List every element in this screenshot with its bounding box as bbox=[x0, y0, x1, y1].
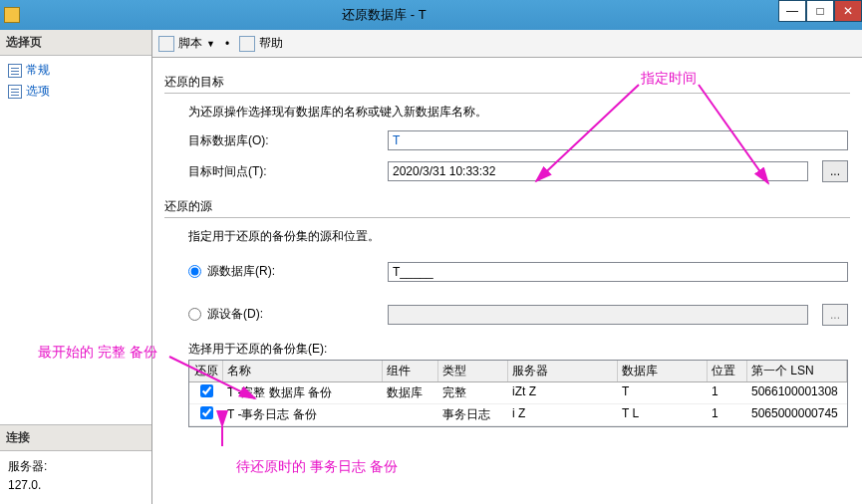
server-value: 127.0. bbox=[8, 476, 144, 495]
table-row[interactable]: T -完整 数据库 备份 数据库 完整 iZt Z T 1 5066100001… bbox=[189, 382, 847, 404]
annotation-log: 待还原时的 事务日志 备份 bbox=[236, 458, 398, 476]
target-section-label: 还原的目标 bbox=[164, 74, 862, 91]
col-server[interactable]: 服务器 bbox=[508, 361, 618, 381]
target-time-label: 目标时间点(T): bbox=[188, 163, 388, 180]
table-row[interactable]: T -事务日志 备份 事务日志 i Z T L 1 5065000000745 bbox=[189, 404, 847, 426]
sidebar-item-label: 常规 bbox=[26, 62, 50, 79]
target-db-input[interactable] bbox=[388, 130, 848, 150]
connection-header: 连接 bbox=[0, 424, 151, 451]
sidebar-item-general[interactable]: 常规 bbox=[0, 60, 151, 81]
col-type[interactable]: 类型 bbox=[438, 361, 508, 381]
source-db-radio[interactable] bbox=[188, 265, 201, 278]
window-title: 还原数据库 - T bbox=[26, 6, 862, 24]
separator: • bbox=[225, 37, 229, 51]
connection-body: 服务器: 127.0. 连接 bbox=[0, 451, 151, 504]
col-position[interactable]: 位置 bbox=[708, 361, 747, 381]
toolbar: 脚本 ▼ • 帮助 bbox=[152, 30, 862, 58]
target-db-label: 目标数据库(O): bbox=[188, 132, 388, 149]
page-icon bbox=[8, 64, 22, 78]
script-label: 脚本 bbox=[178, 35, 202, 52]
page-icon bbox=[8, 85, 22, 99]
sidebar: 选择页 常规 选项 连接 服务器: 127.0. 连接 bbox=[0, 30, 152, 504]
window-buttons: — □ ✕ bbox=[778, 0, 862, 22]
help-label: 帮助 bbox=[259, 35, 283, 52]
server-label: 服务器: bbox=[8, 457, 144, 476]
target-desc: 为还原操作选择现有数据库的名称或键入新数据库名称。 bbox=[188, 104, 862, 121]
row-checkbox[interactable] bbox=[200, 406, 213, 419]
col-name[interactable]: 名称 bbox=[223, 361, 383, 381]
close-button[interactable]: ✕ bbox=[834, 0, 862, 22]
target-time-input[interactable] bbox=[388, 161, 808, 181]
source-db-input[interactable] bbox=[388, 262, 848, 282]
sidebar-item-options[interactable]: 选项 bbox=[0, 81, 151, 102]
col-database[interactable]: 数据库 bbox=[618, 361, 708, 381]
source-section-label: 还原的源 bbox=[164, 198, 862, 215]
sidebar-header: 选择页 bbox=[0, 30, 151, 56]
script-button[interactable]: 脚本 ▼ bbox=[158, 35, 215, 52]
help-button[interactable]: 帮助 bbox=[239, 35, 283, 52]
app-icon bbox=[4, 7, 20, 23]
source-db-label: 源数据库(R): bbox=[207, 263, 275, 280]
grid-label: 选择用于还原的备份集(E): bbox=[188, 341, 862, 358]
chevron-down-icon: ▼ bbox=[206, 39, 215, 49]
source-desc: 指定用于还原的备份集的源和位置。 bbox=[188, 228, 862, 245]
help-icon bbox=[239, 36, 255, 52]
source-device-radio[interactable] bbox=[188, 308, 201, 321]
titlebar: 还原数据库 - T — □ ✕ bbox=[0, 0, 862, 30]
maximize-button[interactable]: □ bbox=[806, 0, 834, 22]
grid-header: 还原 名称 组件 类型 服务器 数据库 位置 第一个 LSN bbox=[189, 361, 847, 382]
col-lsn[interactable]: 第一个 LSN bbox=[747, 361, 847, 381]
script-icon bbox=[158, 36, 174, 52]
time-browse-button[interactable]: ... bbox=[822, 160, 848, 182]
device-browse-button: ... bbox=[822, 304, 848, 326]
row-checkbox[interactable] bbox=[200, 384, 213, 397]
col-component[interactable]: 组件 bbox=[383, 361, 438, 381]
backup-grid: 还原 名称 组件 类型 服务器 数据库 位置 第一个 LSN T -完整 数据库… bbox=[188, 360, 848, 427]
minimize-button[interactable]: — bbox=[778, 0, 806, 22]
content: 脚本 ▼ • 帮助 还原的目标 为还原操作选择现有数据库的名称或键入新数据库名称… bbox=[152, 30, 862, 504]
col-restore[interactable]: 还原 bbox=[189, 361, 223, 381]
source-device-label: 源设备(D): bbox=[207, 306, 263, 323]
sidebar-item-label: 选项 bbox=[26, 83, 50, 100]
source-device-input bbox=[388, 305, 808, 325]
